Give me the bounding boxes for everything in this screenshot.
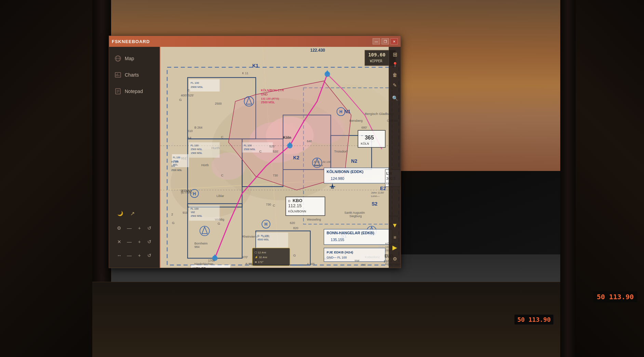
kneeboard-titlebar: FSKNEEBOARD — ❐ ✕ bbox=[109, 36, 401, 47]
svg-text:D: D bbox=[288, 199, 291, 203]
instrument-cluster: 50 113.90 bbox=[92, 282, 560, 357]
svg-text:⊕ 172°: ⊕ 172° bbox=[255, 261, 264, 264]
svg-text:558': 558' bbox=[354, 259, 360, 262]
layers-button[interactable]: ⊞ bbox=[390, 50, 400, 59]
svg-text:2500 MSL: 2500 MSL bbox=[191, 148, 202, 151]
restore-button[interactable]: ❐ bbox=[381, 38, 389, 44]
svg-text:135.155: 135.155 bbox=[331, 238, 345, 242]
svg-text:1700: 1700 bbox=[208, 259, 215, 262]
svg-text:4500 MSL: 4500 MSL bbox=[257, 238, 269, 241]
svg-text:610: 610 bbox=[188, 129, 193, 133]
kneeboard-body: Map Charts Notepad bbox=[109, 47, 401, 268]
reset-icon-1[interactable]: ↺ bbox=[146, 224, 154, 232]
bottom-settings-button[interactable]: ⚙ bbox=[390, 254, 400, 264]
svg-text:⬡ 12.4mi: ⬡ 12.4mi bbox=[255, 251, 266, 254]
svg-text:WEILER: WEILER bbox=[193, 266, 206, 268]
minimize-button[interactable]: — bbox=[373, 38, 380, 44]
zoom-in-icon-3[interactable]: + bbox=[135, 251, 144, 260]
svg-text:730: 730 bbox=[266, 203, 271, 206]
svg-text:Lonn---: Lonn--- bbox=[371, 195, 380, 198]
notepad-icon bbox=[115, 88, 121, 95]
svg-text:Hürth: Hürth bbox=[201, 163, 209, 167]
reset-icon-3[interactable]: ↺ bbox=[146, 251, 154, 260]
svg-text:FL 100: FL 100 bbox=[173, 156, 180, 159]
svg-text:ATIS: 132.130: ATIS: 132.130 bbox=[314, 160, 331, 163]
delete-button[interactable]: 🗑 bbox=[390, 70, 400, 80]
zoom-search-button[interactable]: 🔍 bbox=[390, 93, 400, 103]
edit-button[interactable]: ✎ bbox=[390, 80, 400, 90]
aeronautical-map: H H H bbox=[160, 47, 401, 268]
toolbar-row-2: ✕ — + ↺ bbox=[112, 236, 156, 247]
svg-text:132.130 (ATIS): 132.130 (ATIS) bbox=[261, 97, 279, 100]
frequency-display-1: 50 113.90 bbox=[514, 315, 553, 325]
svg-text:N1: N1 bbox=[344, 109, 350, 114]
svg-text:Siegburg: Siegburg bbox=[349, 214, 362, 218]
kneeboard-window: FSKNEEBOARD — ❐ ✕ Map bbox=[109, 36, 401, 268]
svg-text:109.60: 109.60 bbox=[368, 52, 385, 57]
svg-text:2500 MSL: 2500 MSL bbox=[244, 148, 255, 151]
map-label: Map bbox=[125, 56, 134, 61]
svg-text:919': 919' bbox=[183, 211, 188, 214]
map-area[interactable]: H H H bbox=[160, 47, 401, 268]
zoom-out-icon-1[interactable]: — bbox=[125, 224, 134, 232]
move-icon[interactable]: ↔ bbox=[115, 251, 123, 260]
svg-text:2: 2 bbox=[171, 212, 173, 216]
zoom-out-icon-3[interactable]: — bbox=[125, 251, 134, 260]
settings-icon[interactable]: ⚙ bbox=[115, 224, 123, 232]
svg-text:Bornheim: Bornheim bbox=[194, 242, 207, 245]
svg-text:C: C bbox=[221, 173, 224, 177]
svg-text:122.430: 122.430 bbox=[310, 48, 325, 53]
svg-text:1500 MSL: 1500 MSL bbox=[191, 151, 202, 155]
cockpit-right-frame bbox=[576, 0, 644, 357]
window-controls: — ❐ ✕ bbox=[373, 38, 398, 44]
svg-text:400'/ 525': 400'/ 525' bbox=[181, 94, 194, 97]
svg-text:640: 640 bbox=[307, 140, 312, 143]
svg-text:B 264: B 264 bbox=[194, 126, 202, 129]
svg-text:525': 525' bbox=[269, 145, 275, 148]
orange-arrow-down[interactable]: ▼ bbox=[390, 221, 400, 230]
svg-text:H: H bbox=[265, 222, 268, 227]
svg-text:365: 365 bbox=[365, 135, 374, 141]
svg-text:FL 100: FL 100 bbox=[244, 144, 252, 147]
close-icon[interactable]: ✕ bbox=[115, 238, 123, 246]
svg-text:GND: GND bbox=[261, 93, 268, 96]
svg-text:G: G bbox=[218, 222, 220, 225]
globe-icon bbox=[115, 55, 121, 62]
sidebar-bottom: 🌙 ↗ ⚙ — + ↺ ✕ — + ↺ ↔ — + bbox=[109, 203, 160, 264]
svg-text:KÖLN/BONN: KÖLN/BONN bbox=[288, 210, 306, 213]
cockpit-freq-display: 50 113.90 bbox=[593, 291, 637, 302]
zoom-out-icon-2[interactable]: — bbox=[125, 238, 134, 246]
zoom-in-icon-2[interactable]: + bbox=[135, 238, 144, 246]
charts-label: Charts bbox=[125, 72, 139, 78]
svg-text:124.980: 124.980 bbox=[331, 176, 345, 181]
toolbar-row-1: ⚙ — + ↺ bbox=[112, 223, 156, 234]
svg-text:N2: N2 bbox=[351, 158, 357, 164]
svg-text:162: 162 bbox=[171, 165, 175, 167]
svg-text:Liblar: Liblar bbox=[217, 194, 224, 198]
svg-text:K1: K1 bbox=[252, 63, 258, 68]
close-button[interactable]: ✕ bbox=[390, 38, 398, 44]
reset-icon-2[interactable]: ↺ bbox=[146, 238, 154, 246]
notepad-label: Notepad bbox=[125, 89, 143, 94]
svg-text:970': 970' bbox=[242, 255, 248, 259]
svg-text:PJE EDKB (H24): PJE EDKB (H24) bbox=[327, 250, 353, 254]
nav-button[interactable]: ▶ bbox=[390, 243, 400, 252]
svg-text:↔: ↔ bbox=[361, 134, 363, 137]
sidebar-item-notepad[interactable]: Notepad bbox=[109, 83, 160, 100]
zoom-in-icon-1[interactable]: + bbox=[135, 224, 144, 232]
sidebar-item-charts[interactable]: Charts bbox=[109, 67, 160, 83]
sidebar-item-map[interactable]: Map bbox=[109, 50, 160, 67]
svg-text:A4: A4 bbox=[188, 136, 191, 140]
svg-text:⚡ 32.4mi: ⚡ 32.4mi bbox=[255, 255, 267, 259]
dark-theme-button[interactable]: 🌙 bbox=[115, 210, 125, 217]
svg-text:620: 620 bbox=[290, 221, 295, 225]
svg-text:Troisdorf: Troisdorf bbox=[334, 149, 348, 153]
svg-text:162: 162 bbox=[191, 211, 195, 214]
svg-text:K2: K2 bbox=[293, 155, 299, 160]
settings-map-button[interactable]: ≡ bbox=[390, 233, 400, 242]
svg-text:G: G bbox=[257, 234, 259, 237]
svg-text:730: 730 bbox=[273, 174, 278, 177]
location-button[interactable]: 📍 bbox=[390, 60, 400, 69]
freq-value: 50 113.90 bbox=[597, 293, 634, 301]
svg-text:KBO: KBO bbox=[293, 198, 303, 203]
